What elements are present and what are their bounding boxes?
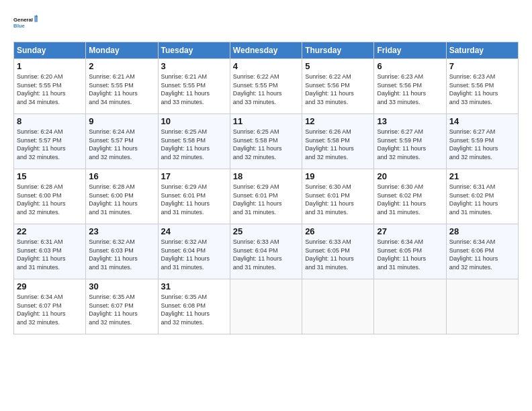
day-info: Sunrise: 6:21 AM Sunset: 5:55 PM Dayligh…	[161, 73, 227, 106]
day-info: Sunrise: 6:32 AM Sunset: 6:03 PM Dayligh…	[89, 238, 154, 271]
day-number: 21	[449, 171, 515, 181]
header: General Blue	[13, 11, 519, 35]
day-info: Sunrise: 6:34 AM Sunset: 6:06 PM Dayligh…	[449, 238, 515, 271]
day-number: 12	[305, 116, 371, 126]
day-number: 31	[161, 281, 227, 291]
day-info: Sunrise: 6:20 AM Sunset: 5:55 PM Dayligh…	[17, 73, 83, 106]
day-header-thursday: Thursday	[302, 42, 374, 59]
day-cell: 7Sunrise: 6:23 AM Sunset: 5:56 PM Daylig…	[446, 59, 518, 114]
day-header-tuesday: Tuesday	[158, 42, 230, 59]
day-cell	[374, 279, 446, 334]
day-info: Sunrise: 6:24 AM Sunset: 5:57 PM Dayligh…	[17, 128, 83, 161]
day-info: Sunrise: 6:25 AM Sunset: 5:58 PM Dayligh…	[233, 128, 299, 161]
week-row-4: 22Sunrise: 6:31 AM Sunset: 6:03 PM Dayli…	[14, 224, 519, 279]
day-header-monday: Monday	[86, 42, 158, 59]
day-number: 11	[233, 116, 299, 126]
day-info: Sunrise: 6:29 AM Sunset: 6:01 PM Dayligh…	[233, 183, 299, 216]
day-info: Sunrise: 6:26 AM Sunset: 5:58 PM Dayligh…	[305, 128, 371, 161]
day-cell: 19Sunrise: 6:30 AM Sunset: 6:01 PM Dayli…	[302, 169, 374, 224]
day-cell: 31Sunrise: 6:35 AM Sunset: 6:08 PM Dayli…	[158, 279, 230, 334]
day-number: 10	[161, 116, 227, 126]
day-number: 27	[377, 226, 443, 236]
week-row-5: 29Sunrise: 6:34 AM Sunset: 6:07 PM Dayli…	[14, 279, 519, 334]
day-number: 26	[305, 226, 371, 236]
day-info: Sunrise: 6:28 AM Sunset: 6:00 PM Dayligh…	[17, 183, 83, 216]
day-cell	[302, 279, 374, 334]
day-info: Sunrise: 6:27 AM Sunset: 5:59 PM Dayligh…	[449, 128, 515, 161]
day-number: 14	[449, 116, 515, 126]
day-header-sunday: Sunday	[14, 42, 86, 59]
day-cell: 25Sunrise: 6:33 AM Sunset: 6:04 PM Dayli…	[230, 224, 302, 279]
day-info: Sunrise: 6:34 AM Sunset: 6:05 PM Dayligh…	[377, 238, 443, 271]
day-cell: 5Sunrise: 6:22 AM Sunset: 5:56 PM Daylig…	[302, 59, 374, 114]
day-cell: 1Sunrise: 6:20 AM Sunset: 5:55 PM Daylig…	[14, 59, 86, 114]
day-info: Sunrise: 6:31 AM Sunset: 6:03 PM Dayligh…	[17, 238, 83, 271]
day-cell: 15Sunrise: 6:28 AM Sunset: 6:00 PM Dayli…	[14, 169, 86, 224]
day-cell: 13Sunrise: 6:27 AM Sunset: 5:59 PM Dayli…	[374, 114, 446, 169]
logo-svg: General Blue	[13, 11, 38, 35]
header-row: SundayMondayTuesdayWednesdayThursdayFrid…	[14, 42, 519, 59]
calendar-table: SundayMondayTuesdayWednesdayThursdayFrid…	[13, 42, 519, 334]
day-cell: 29Sunrise: 6:34 AM Sunset: 6:07 PM Dayli…	[14, 279, 86, 334]
day-cell: 9Sunrise: 6:24 AM Sunset: 5:57 PM Daylig…	[86, 114, 158, 169]
day-cell: 30Sunrise: 6:35 AM Sunset: 6:07 PM Dayli…	[86, 279, 158, 334]
day-cell: 27Sunrise: 6:34 AM Sunset: 6:05 PM Dayli…	[374, 224, 446, 279]
day-header-wednesday: Wednesday	[230, 42, 302, 59]
day-cell: 10Sunrise: 6:25 AM Sunset: 5:58 PM Dayli…	[158, 114, 230, 169]
day-info: Sunrise: 6:34 AM Sunset: 6:07 PM Dayligh…	[17, 293, 83, 326]
day-number: 1	[17, 61, 83, 71]
day-cell: 28Sunrise: 6:34 AM Sunset: 6:06 PM Dayli…	[446, 224, 518, 279]
day-cell: 18Sunrise: 6:29 AM Sunset: 6:01 PM Dayli…	[230, 169, 302, 224]
day-info: Sunrise: 6:22 AM Sunset: 5:56 PM Dayligh…	[305, 73, 371, 106]
day-cell: 14Sunrise: 6:27 AM Sunset: 5:59 PM Dayli…	[446, 114, 518, 169]
day-number: 30	[89, 281, 154, 291]
day-info: Sunrise: 6:30 AM Sunset: 6:01 PM Dayligh…	[305, 183, 371, 216]
day-header-saturday: Saturday	[446, 42, 518, 59]
day-info: Sunrise: 6:23 AM Sunset: 5:56 PM Dayligh…	[377, 73, 443, 106]
day-info: Sunrise: 6:30 AM Sunset: 6:02 PM Dayligh…	[377, 183, 443, 216]
day-number: 19	[305, 171, 371, 181]
day-info: Sunrise: 6:35 AM Sunset: 6:07 PM Dayligh…	[89, 293, 154, 326]
day-info: Sunrise: 6:24 AM Sunset: 5:57 PM Dayligh…	[89, 128, 154, 161]
day-cell: 22Sunrise: 6:31 AM Sunset: 6:03 PM Dayli…	[14, 224, 86, 279]
day-cell: 8Sunrise: 6:24 AM Sunset: 5:57 PM Daylig…	[14, 114, 86, 169]
day-number: 13	[377, 116, 443, 126]
day-info: Sunrise: 6:33 AM Sunset: 6:05 PM Dayligh…	[305, 238, 371, 271]
svg-text:General: General	[13, 17, 33, 23]
day-cell	[230, 279, 302, 334]
day-info: Sunrise: 6:31 AM Sunset: 6:02 PM Dayligh…	[449, 183, 515, 216]
day-cell: 20Sunrise: 6:30 AM Sunset: 6:02 PM Dayli…	[374, 169, 446, 224]
day-info: Sunrise: 6:25 AM Sunset: 5:58 PM Dayligh…	[161, 128, 227, 161]
day-number: 29	[17, 281, 83, 291]
svg-text:Blue: Blue	[13, 23, 26, 29]
day-info: Sunrise: 6:22 AM Sunset: 5:55 PM Dayligh…	[233, 73, 299, 106]
day-info: Sunrise: 6:35 AM Sunset: 6:08 PM Dayligh…	[161, 293, 227, 326]
week-row-2: 8Sunrise: 6:24 AM Sunset: 5:57 PM Daylig…	[14, 114, 519, 169]
calendar-header: SundayMondayTuesdayWednesdayThursdayFrid…	[14, 42, 519, 59]
day-cell: 24Sunrise: 6:32 AM Sunset: 6:04 PM Dayli…	[158, 224, 230, 279]
day-number: 22	[17, 226, 83, 236]
day-header-friday: Friday	[374, 42, 446, 59]
day-cell: 4Sunrise: 6:22 AM Sunset: 5:55 PM Daylig…	[230, 59, 302, 114]
day-number: 5	[305, 61, 371, 71]
day-cell: 3Sunrise: 6:21 AM Sunset: 5:55 PM Daylig…	[158, 59, 230, 114]
day-number: 17	[161, 171, 227, 181]
calendar-body: 1Sunrise: 6:20 AM Sunset: 5:55 PM Daylig…	[14, 59, 519, 334]
day-number: 7	[449, 61, 515, 71]
day-number: 15	[17, 171, 83, 181]
day-cell: 2Sunrise: 6:21 AM Sunset: 5:55 PM Daylig…	[86, 59, 158, 114]
day-number: 6	[377, 61, 443, 71]
day-number: 8	[17, 116, 83, 126]
day-cell: 26Sunrise: 6:33 AM Sunset: 6:05 PM Dayli…	[302, 224, 374, 279]
calendar-page: General Blue SundayMondayTuesdayWednesda…	[0, 0, 532, 411]
day-info: Sunrise: 6:28 AM Sunset: 6:00 PM Dayligh…	[89, 183, 154, 216]
day-cell: 21Sunrise: 6:31 AM Sunset: 6:02 PM Dayli…	[446, 169, 518, 224]
day-info: Sunrise: 6:32 AM Sunset: 6:04 PM Dayligh…	[161, 238, 227, 271]
day-cell: 23Sunrise: 6:32 AM Sunset: 6:03 PM Dayli…	[86, 224, 158, 279]
day-number: 24	[161, 226, 227, 236]
day-number: 4	[233, 61, 299, 71]
week-row-3: 15Sunrise: 6:28 AM Sunset: 6:00 PM Dayli…	[14, 169, 519, 224]
day-info: Sunrise: 6:27 AM Sunset: 5:59 PM Dayligh…	[377, 128, 443, 161]
day-cell: 17Sunrise: 6:29 AM Sunset: 6:01 PM Dayli…	[158, 169, 230, 224]
day-number: 23	[89, 226, 154, 236]
